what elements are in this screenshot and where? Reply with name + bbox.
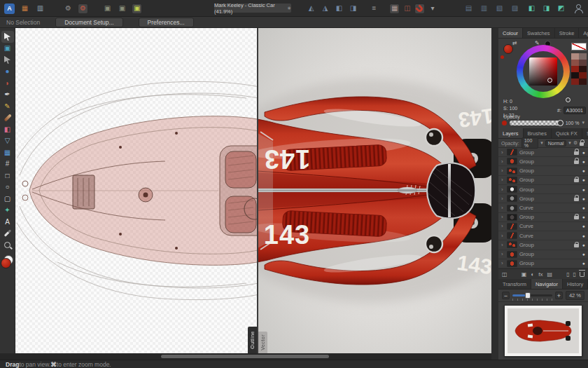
navigator-tab-transform[interactable]: Transform [498, 279, 531, 289]
expand-chevron-icon[interactable]: › [501, 177, 505, 183]
colour-chip-9[interactable] [579, 79, 587, 85]
colour-chip-3[interactable] [579, 60, 587, 66]
layer-visibility-dot[interactable]: ● [582, 205, 585, 210]
delete-layer-button[interactable] [580, 271, 584, 278]
opacity-slider-knob[interactable] [557, 120, 564, 126]
layer-row-6[interactable]: ›Curve● [498, 203, 588, 212]
insert-layer-button[interactable]: ▯ [573, 271, 576, 278]
layer-visibility-dot[interactable]: ● [582, 214, 585, 219]
layer-lock-icon[interactable] [574, 216, 579, 219]
artboard-tool[interactable]: ▣ [1, 43, 14, 55]
corner-tool[interactable]: ● [1, 66, 14, 78]
vector-crop-tool[interactable]: # [1, 158, 14, 170]
colour-chip-2[interactable] [571, 60, 579, 66]
zoom-value[interactable]: 42 % [566, 291, 584, 300]
layer-visibility-dot[interactable]: ● [582, 187, 585, 192]
expand-chevron-icon[interactable]: › [501, 196, 505, 202]
pencil-tool[interactable]: ✎ [1, 100, 14, 112]
select-mode-bounds-button[interactable]: ▣ [102, 4, 113, 14]
settings-gear-button[interactable]: ⚙ [63, 4, 74, 14]
layer-lock-icon[interactable] [574, 151, 579, 155]
stroke-colour-mini-indicator[interactable] [500, 55, 504, 59]
horizontal-scrollbar[interactable] [0, 353, 491, 360]
expand-chevron-icon[interactable]: › [501, 233, 505, 239]
layers-opacity-chevron[interactable]: ▾ [540, 140, 543, 146]
layer-row-8[interactable]: ›Curve● [498, 222, 588, 231]
expand-chevron-icon[interactable]: › [501, 242, 505, 248]
layer-visibility-dot[interactable]: ● [582, 252, 585, 257]
layers-tab-quick-fx[interactable]: Quick FX [552, 128, 582, 138]
insert-on-top-button[interactable]: ◩ [556, 4, 566, 14]
insert-behind-button[interactable]: ◧ [526, 4, 537, 14]
fill-colour-well[interactable] [1, 258, 11, 268]
expand-chevron-icon[interactable]: › [501, 205, 505, 211]
hue-selector-dot[interactable] [566, 97, 570, 102]
colour-tab-swatches[interactable]: Swatches [523, 28, 555, 38]
snap-candidates-button[interactable]: ◫ [402, 4, 412, 14]
layer-lock-icon[interactable] [574, 179, 579, 182]
split-view-divider[interactable] [257, 28, 258, 353]
navigator-preview[interactable] [498, 302, 588, 360]
navigator-tab-history[interactable]: History [563, 279, 588, 289]
expand-chevron-icon[interactable]: › [501, 251, 505, 257]
edit-all-layers-button[interactable]: ◫ [502, 271, 507, 278]
layer-row-2[interactable]: ›Group● [498, 166, 588, 175]
adjustment-layer-button[interactable]: ◐ [531, 271, 534, 278]
lock-layer-icon[interactable] [580, 142, 584, 146]
expand-chevron-icon[interactable]: › [501, 158, 505, 165]
move-to-front-button[interactable]: ▤ [463, 4, 474, 14]
rotate-ccw-button[interactable]: ◧ [334, 4, 344, 14]
colour-chip-6[interactable] [571, 72, 579, 79]
colour-chip-7[interactable] [579, 72, 587, 79]
move-backward-button[interactable]: ▧ [494, 4, 505, 14]
insert-inside-button[interactable]: ◨ [541, 4, 552, 14]
snap-grid-button[interactable]: ▦ [389, 4, 400, 14]
move-forward-button[interactable]: ▥ [479, 4, 489, 14]
alignment-button[interactable]: ≡ [369, 4, 379, 14]
blend-mode-select[interactable]: Normal [545, 140, 567, 146]
layer-row-9[interactable]: ›Curve● [498, 231, 588, 240]
snapping-options-chevron[interactable]: ▾ [427, 4, 438, 14]
opacity-chevron-icon[interactable]: ▾ [582, 120, 584, 125]
layer-visibility-dot[interactable]: ● [582, 159, 585, 164]
rounded-rectangle-tool[interactable]: ▢ [1, 193, 14, 205]
canvas-artwork[interactable]: 143 143 143 143 [15, 28, 491, 353]
layer-lock-icon[interactable] [574, 161, 579, 164]
expand-chevron-icon[interactable]: › [501, 223, 505, 229]
snapping-magnet-button[interactable] [414, 4, 425, 14]
expand-chevron-icon[interactable]: › [501, 186, 505, 193]
layer-row-7[interactable]: ›Group● [498, 213, 588, 222]
ellipse-tool[interactable]: ○ [1, 182, 14, 193]
layer-visibility-dot[interactable]: ● [582, 233, 585, 238]
fill-stroke-indicator[interactable] [1, 255, 14, 268]
document-setup-button[interactable]: Document Setup... [55, 18, 122, 27]
no-colour-swatch[interactable] [571, 43, 587, 50]
zoom-slider-knob[interactable] [525, 292, 531, 299]
layer-visibility-dot[interactable]: ● [582, 261, 585, 266]
expand-chevron-icon[interactable]: › [501, 260, 505, 266]
shape-tool[interactable]: ✦ [1, 205, 14, 217]
account-person-button[interactable] [573, 4, 583, 14]
fill-tool[interactable]: ◧ [1, 123, 14, 135]
layer-visibility-dot[interactable]: ● [582, 224, 585, 229]
split-tab-outline[interactable]: Outline [248, 327, 257, 353]
move-to-back-button[interactable]: ▨ [510, 4, 520, 14]
pen-tool[interactable]: ✒ [1, 89, 14, 101]
rectangle-tool[interactable]: □ [1, 170, 14, 182]
swap-fill-stroke-icon[interactable]: ⇄ [512, 40, 517, 46]
blend-options-gear-icon[interactable]: ⚙ [573, 140, 578, 146]
preferences-button[interactable]: Preferences... [139, 18, 194, 27]
layer-row-3[interactable]: ›Group● [498, 176, 588, 185]
colour-chip-8[interactable] [571, 79, 579, 85]
horizontal-scrollbar-thumb[interactable] [161, 355, 329, 358]
flip-horizontal-button[interactable]: ◭ [306, 4, 316, 14]
colour-picker-tool[interactable] [1, 228, 14, 240]
layers-opacity-value[interactable]: 100 % [522, 137, 539, 149]
layer-visibility-dot[interactable]: ● [582, 177, 585, 182]
colour-chip-1[interactable] [579, 53, 587, 60]
layer-row-5[interactable]: ›Group● [498, 194, 588, 203]
rotation-gear-button[interactable]: ⚙ [78, 4, 88, 14]
rotate-cw-button[interactable]: ◨ [348, 4, 358, 14]
transparency-tool[interactable]: ▽ [1, 135, 14, 147]
flip-vertical-button[interactable]: ◮ [320, 4, 330, 14]
